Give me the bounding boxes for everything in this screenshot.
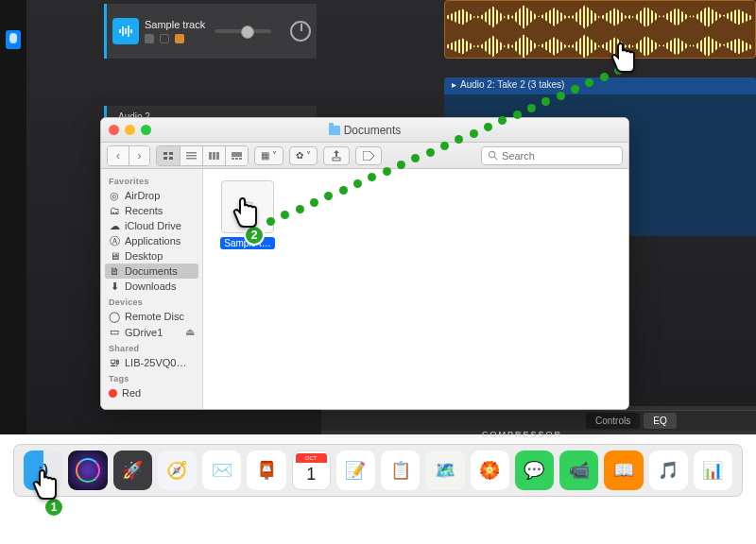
drive-icon: ▭ <box>109 327 120 338</box>
documents-icon: 🗎 <box>109 265 120 277</box>
forward-button[interactable]: › <box>129 146 149 165</box>
sidebar-section-favorites: Favorites <box>101 173 202 188</box>
svg-rect-15 <box>232 152 242 157</box>
downloads-icon: ⬇︎ <box>109 280 120 292</box>
back-button[interactable]: ‹ <box>108 146 129 165</box>
sidebar-section-devices: Devices <box>101 294 202 309</box>
sidebar-item-applications[interactable]: ⒶApplications <box>101 233 202 248</box>
finder-titlebar[interactable]: Documents <box>101 118 628 143</box>
volume-slider[interactable] <box>215 29 271 33</box>
eject-icon[interactable]: ⏏ <box>185 326 195 338</box>
folder-icon <box>329 126 340 135</box>
action-button[interactable]: ✿ ˅ <box>289 146 318 165</box>
recents-icon: 🗂 <box>109 205 120 216</box>
mute-icon[interactable] <box>145 34 154 43</box>
finder-content[interactable]: Sample t… <box>203 169 628 409</box>
dock-safari[interactable] <box>158 450 197 490</box>
finder-sidebar: Favorites ◎AirDrop 🗂Recents ☁︎iCloud Dri… <box>101 169 203 409</box>
svg-rect-8 <box>169 157 173 160</box>
svg-rect-6 <box>169 152 173 155</box>
solo-icon[interactable] <box>160 34 169 43</box>
dock-reminders[interactable] <box>381 450 420 490</box>
svg-rect-1 <box>122 26 124 36</box>
window-title: Documents <box>344 124 402 137</box>
svg-rect-9 <box>186 152 197 154</box>
sidebar-item-downloads[interactable]: ⬇︎Downloads <box>101 279 202 294</box>
sidebar-item-airdrop[interactable]: ◎AirDrop <box>101 188 202 203</box>
pointer-step1 <box>26 465 64 506</box>
pan-knob[interactable] <box>290 21 311 42</box>
disc-icon: ◯ <box>109 311 120 322</box>
dock-facetime[interactable] <box>559 450 598 490</box>
finder-window[interactable]: Documents ‹ › ▦ ˅ ✿ ˅ Favorites ◎AirDrop… <box>100 117 629 410</box>
dock-numbers[interactable] <box>694 450 732 490</box>
svg-point-20 <box>489 151 494 157</box>
pointer-step2 <box>227 193 265 234</box>
dock-maps[interactable] <box>425 450 464 490</box>
svg-rect-7 <box>163 157 167 160</box>
dock-contacts[interactable] <box>247 450 285 490</box>
tab-eq[interactable]: EQ <box>644 413 676 429</box>
dock-launchpad[interactable] <box>113 450 152 490</box>
sidebar-item-gdrive[interactable]: ▭GDrive1⏏ <box>101 324 202 340</box>
sidebar-section-tags: Tags <box>101 370 202 385</box>
finder-toolbar: ‹ › ▦ ˅ ✿ ˅ <box>101 143 628 169</box>
record-enable-icon[interactable] <box>175 34 184 43</box>
view-gallery-button[interactable] <box>225 146 248 165</box>
inspector-tabs: Controls EQ <box>321 410 756 431</box>
view-icons-button[interactable] <box>157 146 180 165</box>
dock-mail[interactable] <box>202 450 241 490</box>
svg-rect-14 <box>216 152 219 160</box>
dock-photos[interactable] <box>471 450 509 490</box>
tags-button[interactable] <box>355 146 382 165</box>
calendar-day: 1 <box>293 465 330 484</box>
svg-rect-12 <box>209 152 212 160</box>
group-by-button[interactable]: ▦ ˅ <box>254 146 284 165</box>
tab-controls[interactable]: Controls <box>586 413 640 429</box>
dock-notes[interactable] <box>336 450 375 490</box>
search-input[interactable] <box>502 150 616 162</box>
svg-rect-16 <box>232 158 234 160</box>
svg-rect-17 <box>235 158 238 160</box>
tag-red-icon <box>109 389 117 398</box>
cloud-icon: ☁︎ <box>109 220 120 231</box>
sidebar-item-recents[interactable]: 🗂Recents <box>101 203 202 218</box>
sidebar-item-icloud[interactable]: ☁︎iCloud Drive <box>101 218 202 233</box>
sidebar-item-tag-red[interactable]: Red <box>101 385 202 400</box>
svg-rect-2 <box>125 28 127 34</box>
track-name: Sample track <box>145 19 205 31</box>
dock-calendar[interactable]: OCT 1 <box>292 450 331 490</box>
dock: OCT 1 <box>13 444 743 497</box>
sidebar-item-desktop[interactable]: 🖥Desktop <box>101 248 202 264</box>
share-button[interactable] <box>323 146 350 165</box>
svg-rect-10 <box>186 155 197 157</box>
dock-siri[interactable] <box>68 450 107 490</box>
view-columns-button[interactable] <box>202 146 225 165</box>
svg-rect-4 <box>130 29 132 33</box>
computer-icon: 🖳 <box>109 357 120 368</box>
sidebar-item-documents[interactable]: 🗎Documents <box>105 264 198 279</box>
dock-itunes[interactable] <box>649 450 688 490</box>
input-channel-icon[interactable] <box>6 30 21 49</box>
waveform-icon <box>112 18 139 44</box>
audio-region[interactable] <box>444 0 756 59</box>
take-folder-header[interactable]: ▸Audio 2: Take 2 (3 takes) <box>444 77 756 94</box>
view-list-button[interactable] <box>180 146 202 165</box>
svg-line-21 <box>494 157 497 160</box>
sidebar-item-shared[interactable]: 🖳LIB-25VQ0… <box>101 355 202 370</box>
svg-rect-19 <box>333 158 340 161</box>
dock-messages[interactable] <box>515 450 554 490</box>
plugin-title: COMPRESSOR <box>482 430 562 439</box>
svg-rect-13 <box>213 152 215 160</box>
desktop-icon: 🖥 <box>109 250 120 262</box>
airdrop-icon: ◎ <box>109 190 120 201</box>
track-sample[interactable]: Sample track <box>104 4 317 59</box>
dock-ibooks[interactable] <box>604 450 643 490</box>
pointer-source <box>605 38 643 79</box>
svg-rect-18 <box>239 158 242 160</box>
sidebar-section-shared: Shared <box>101 340 202 355</box>
daw-left-rail <box>0 0 26 434</box>
sidebar-item-remote-disc[interactable]: ◯Remote Disc <box>101 309 202 324</box>
svg-rect-0 <box>119 29 121 33</box>
calendar-month: OCT <box>296 453 327 463</box>
